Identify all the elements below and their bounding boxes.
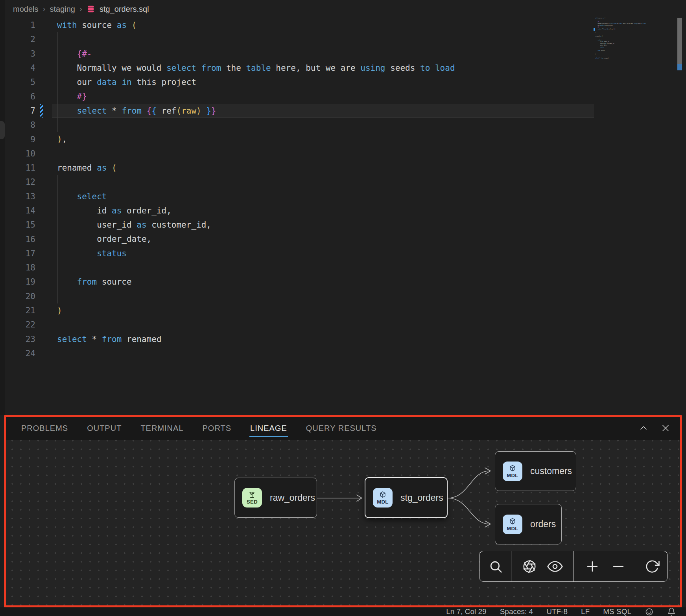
code-line-24[interactable]: 24 [0,346,686,360]
breadcrumb-folder[interactable]: staging [50,5,75,14]
zoom-in-icon[interactable] [585,559,600,574]
database-icon [87,5,95,13]
chevron-right-icon: › [42,4,45,13]
breadcrumb-file[interactable]: stg_orders.sql [100,5,149,14]
code-text: select * from renamed [57,332,162,346]
code-line-13[interactable]: 13 select [0,189,686,204]
code-text: id as order_id, [57,204,172,218]
code-line-20[interactable]: 20 [0,289,686,303]
panel-tab-bar: PROBLEMSOUTPUTTERMINALPORTSLINEAGEQUERY … [5,416,681,440]
code-line-21[interactable]: 21) [0,303,686,318]
code-line-4[interactable]: 4 Normally we would select from the tabl… [0,61,686,75]
lineage-node-orders[interactable]: MDLorders [495,504,562,544]
eye-icon[interactable] [547,559,563,574]
line-number: 5 [0,77,38,87]
code-text: ) [595,54,596,55]
line-number: 12 [0,177,38,187]
code-line-14[interactable]: 14 id as order_id, [0,204,686,218]
refresh-icon[interactable] [645,559,660,574]
model-badge: MDL [373,488,393,508]
code-line-16[interactable]: 16 order_date, [0,232,686,246]
seedling-icon [248,491,256,498]
chevron-up-icon[interactable] [639,423,648,433]
node-label: raw_orders [270,493,315,503]
tab-terminal[interactable]: TERMINAL [140,416,183,440]
code-text: user_id as customer_id, [595,43,615,44]
zoom-out-icon[interactable] [610,559,626,574]
status-spaces-4[interactable]: Spaces: 4 [500,607,533,616]
code-line-11[interactable]: 11renamed as ( [0,161,686,175]
line-number: 19 [0,277,38,287]
toolbar-cell [637,551,667,581]
line-number: 20 [0,292,38,301]
code-text: user_id as customer_id, [57,218,211,232]
bell-icon[interactable] [667,607,676,616]
editor-scrollbar-thumb[interactable] [677,18,682,64]
code-line-1[interactable]: 1with source as ( [0,18,686,32]
code-line-17[interactable]: 17 status [0,246,686,261]
code-text: order_date, [57,232,151,246]
code-line-2[interactable]: 2 [0,32,686,46]
breadcrumb-folder[interactable]: models [13,5,38,14]
code-line-12[interactable]: 12 [0,175,686,189]
line-number: 13 [0,192,38,201]
status-bar: Ln 7, Col 29Spaces: 4UTF-8LFMS SQL [0,607,686,616]
code-text: select * from renamed [595,57,609,59]
feedback-smiley-icon[interactable] [645,607,654,616]
status-ln-7-col-29[interactable]: Ln 7, Col 29 [446,607,486,616]
status-ms-sql[interactable]: MS SQL [603,607,631,616]
code-line-23[interactable]: 23select * from renamed [0,332,686,346]
tab-lineage[interactable]: LINEAGE [250,416,287,440]
code-text: Normally we would select from the table … [595,23,645,24]
tab-problems[interactable]: PROBLEMS [21,416,68,440]
code-text: select [57,189,107,204]
close-icon[interactable] [661,423,670,433]
code-text: our data in this project [57,75,196,89]
line-number: 18 [0,263,38,272]
code-text: from source [595,50,605,51]
code-text: from source [57,275,132,289]
code-text: with source as ( [57,18,136,32]
tab-ports[interactable]: PORTS [203,416,232,440]
lineage-node-raw_orders[interactable]: SEDraw_orders [234,478,317,518]
status-utf-8[interactable]: UTF-8 [546,607,568,616]
node-label: orders [530,519,556,530]
lineage-node-customers[interactable]: MDLcustomers [495,451,576,491]
cube-icon [509,517,516,525]
code-text: select * from {{ ref(raw) }} [595,28,615,29]
line-number: 4 [0,63,38,73]
code-line-9[interactable]: 9), [0,132,686,146]
code-text: renamed as ( [57,161,117,175]
badge-label: MDL [377,499,389,505]
node-label: stg_orders [400,493,443,503]
code-line-7[interactable]: 7 select * from {{ ref(raw) }} [0,104,686,118]
lineage-toolbar [479,551,668,582]
search-icon[interactable] [488,559,503,574]
code-line-19[interactable]: 19 from source [0,275,686,289]
badge-label: MDL [507,526,518,531]
code-line-5[interactable]: 5 our data in this project [0,75,686,89]
code-text: id as order_id, [595,41,610,42]
code-line-10[interactable]: 10 [0,147,686,161]
tab-query-results[interactable]: QUERY RESULTS [306,416,377,440]
tab-output[interactable]: OUTPUT [87,416,122,440]
code-line-22[interactable]: 22 [0,318,686,332]
line-number: 22 [0,320,38,329]
code-text: {#- [595,21,599,22]
toolbar-cell [574,551,637,581]
code-line-18[interactable]: 18 [0,261,686,275]
minimap[interactable]: with source as ( {#- Normally we would s… [595,17,665,61]
status-lf[interactable]: LF [581,607,590,616]
lineage-node-stg_orders[interactable]: MDLstg_orders [365,477,448,518]
code-line-8[interactable]: 8 [0,118,686,132]
code-editor[interactable]: 1with source as (23 {#-4 Normally we wou… [0,18,686,360]
line-number: 9 [0,135,38,144]
code-line-3[interactable]: 3 {#- [0,47,686,61]
code-text: status [57,246,127,261]
code-line-15[interactable]: 15 user_id as customer_id, [0,218,686,232]
line-number: 6 [0,92,38,101]
aperture-icon[interactable] [522,559,537,574]
code-line-6[interactable]: 6 #} [0,89,686,103]
code-text: Normally we would select from the table … [57,61,455,75]
line-number: 16 [0,235,38,244]
